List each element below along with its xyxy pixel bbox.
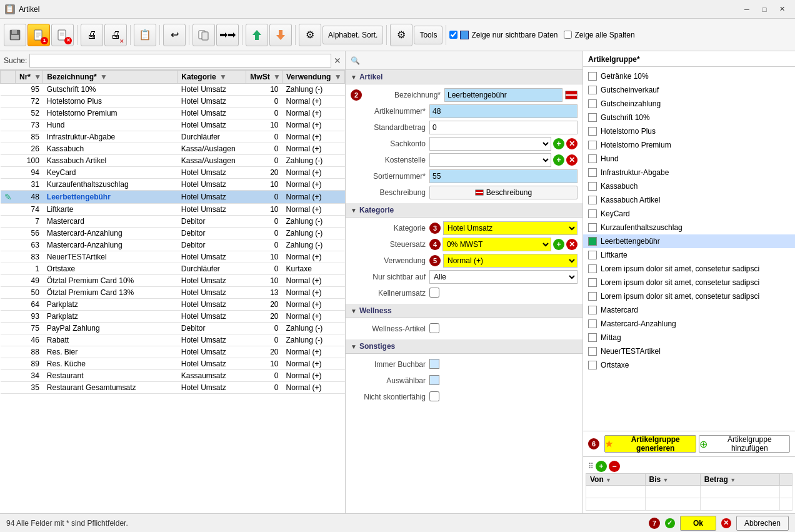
table-row[interactable]: 56Mastercard-AnzahlungDebitor0Zahlung (-…: [1, 228, 345, 239]
checklist-item[interactable]: KeyCard: [583, 207, 795, 221]
checklist-item[interactable]: Gutscheinverkauf: [583, 83, 795, 97]
col-mwst[interactable]: MwSt ▼: [246, 71, 282, 84]
checklist-item[interactable]: Mastercard-Anzahlung: [583, 317, 795, 331]
table-row[interactable]: 31KurzaufenthaltszuschlagHotel Umsatz10N…: [1, 179, 345, 191]
table-row[interactable]: 83NeuerTESTArtikelHotel Umsatz10Normal (…: [1, 251, 345, 263]
minimize-button[interactable]: ─: [739, 3, 755, 16]
checklist-item[interactable]: Kurzaufenthaltszuschlag: [583, 221, 795, 234]
maximize-button[interactable]: □: [756, 3, 772, 16]
alphabet-sort-button[interactable]: Alphabet. Sort.: [322, 26, 383, 44]
checklist-item[interactable]: Mittag: [583, 331, 795, 344]
checklist-item[interactable]: Mastercard: [583, 303, 795, 317]
table-row[interactable]: 26KassabuchKassa/Auslagen0Normal (+): [1, 143, 345, 155]
kostenstelle-remove-button[interactable]: ✕: [566, 154, 578, 166]
table-row[interactable]: 46RabattHotel Umsatz0Zahlung (-): [1, 334, 345, 346]
auswahlbar-checkbox[interactable]: [429, 375, 439, 385]
bezeichnung-input[interactable]: [444, 88, 562, 102]
col-kategorie[interactable]: Kategorie ▼: [178, 71, 246, 84]
transfer-button[interactable]: ➡➡: [216, 24, 239, 46]
table-row[interactable]: 52Hotelstorno PremiumHotel Umsatz0Normal…: [1, 108, 345, 119]
kostenstelle-add-button[interactable]: +: [553, 154, 564, 166]
generate-artikelgruppe-button[interactable]: ★ Artikelgruppe generieren: [604, 435, 696, 453]
search-clear-button[interactable]: ✕: [334, 56, 341, 66]
table-row[interactable]: 64ParkplatzHotel Umsatz20Normal (+): [1, 299, 345, 311]
tools-icon-button[interactable]: ⚙: [390, 24, 412, 46]
table-row[interactable]: 94KeyCardHotel Umsatz20Normal (+): [1, 167, 345, 179]
table-row[interactable]: 35Restaurant GesamtumsatzHotel Umsatz0No…: [1, 382, 345, 394]
checklist-item[interactable]: Leerbettengebühr: [583, 234, 795, 248]
close-button[interactable]: ✕: [774, 3, 790, 16]
checklist-item[interactable]: Lorem ipsum dolor sit amet, consetetur s…: [583, 289, 795, 303]
table-row[interactable]: 85Infrastruktur-AbgabeDurchläufer0Normal…: [1, 131, 345, 143]
checklist-item[interactable]: Liftkarte: [583, 248, 795, 262]
table-row[interactable]: 89Res. KücheHotel Umsatz10Normal (+): [1, 358, 345, 370]
table-row[interactable]: 7MastercardDebitor0Zahlung (-): [1, 216, 345, 228]
checklist-item[interactable]: NeuerTESTArtikel: [583, 344, 795, 358]
table-row[interactable]: 1OrtstaxeDurchläufer0Kurtaxe: [1, 263, 345, 275]
sachkonto-add-button[interactable]: +: [553, 138, 564, 149]
col-nr[interactable]: Nr* ▼: [16, 71, 43, 84]
new-button[interactable]: 1: [28, 24, 50, 46]
move-down-button[interactable]: [269, 24, 292, 46]
immer-buchbar-checkbox[interactable]: [429, 359, 439, 369]
kategorie-select[interactable]: Hotel Umsatz: [443, 221, 578, 235]
sachkonto-remove-button[interactable]: ✕: [566, 138, 578, 149]
kostenstelle-select[interactable]: [429, 153, 551, 167]
steuersatz-select[interactable]: 0% MWST: [442, 238, 551, 251]
table-row[interactable]: ✎48LeerbettengebührHotel Umsatz0Normal (…: [1, 191, 345, 204]
undo-button[interactable]: ↩: [163, 24, 186, 46]
wellness-section-header[interactable]: ▼ Wellness: [346, 304, 582, 318]
sortiernummer-input[interactable]: [429, 169, 578, 183]
checklist-item[interactable]: Ortstaxe: [583, 358, 795, 372]
duplicate-button[interactable]: [192, 24, 215, 46]
table-row[interactable]: 34RestaurantKassaumsatz0Normal (+): [1, 370, 345, 382]
checklist-item[interactable]: Gutscheinzahlung: [583, 97, 795, 111]
table-row[interactable]: 50Ötztal Premium Card 13%Hotel Umsatz13N…: [1, 287, 345, 299]
checklist-item[interactable]: Getränke 10%: [583, 69, 795, 83]
von-bis-add-button[interactable]: +: [596, 461, 607, 472]
cancel-button[interactable]: Abbrechen: [736, 516, 789, 531]
table-row[interactable]: 72Hotelstorno PlusHotel Umsatz0Normal (+…: [1, 96, 345, 108]
steuersatz-add-button[interactable]: +: [553, 239, 564, 250]
print-button[interactable]: 🖨: [81, 24, 103, 46]
kellnerumsatz-checkbox[interactable]: [429, 288, 439, 298]
table-row[interactable]: 100Kassabuch ArtikelKassa/Auslagen0Zahlu…: [1, 155, 345, 167]
sonstiges-section-header[interactable]: ▼ Sonstiges: [346, 339, 582, 354]
checklist-item[interactable]: Gutschrift 10%: [583, 111, 795, 124]
checklist-item[interactable]: Infrastruktur-Abgabe: [583, 166, 795, 179]
artikelnummer-input[interactable]: [429, 104, 578, 118]
checklist-item[interactable]: Hotelstorno Plus: [583, 124, 795, 138]
checklist-item[interactable]: Lorem ipsum dolor sit amet, consetetur s…: [583, 276, 795, 289]
checklist-item[interactable]: Hotelstorno Premium: [583, 138, 795, 152]
move-up-button[interactable]: [246, 24, 268, 46]
checklist-item[interactable]: Hund: [583, 152, 795, 166]
show-all-checkbox[interactable]: [564, 31, 572, 39]
standardbetrag-input[interactable]: [429, 121, 578, 134]
print2-button[interactable]: 🖨✕: [104, 24, 127, 46]
col-verwendung[interactable]: Verwendung ▼: [282, 71, 345, 84]
copy-button[interactable]: 📋: [134, 24, 156, 46]
nur-sichtbar-select[interactable]: Alle: [429, 270, 578, 284]
table-row[interactable]: 93ParkplatzHotel Umsatz20Normal (+): [1, 311, 345, 323]
beschreibung-button[interactable]: Beschreibung: [429, 186, 578, 199]
checklist-item[interactable]: Kassabuch Artikel: [583, 193, 795, 207]
show-all-label[interactable]: Zeige alle Spalten: [564, 31, 634, 39]
add-artikelgruppe-button[interactable]: ⊕ Artikelgruppe hinzufügen: [699, 435, 791, 453]
sachkonto-select[interactable]: [429, 137, 551, 151]
artikel-section-header[interactable]: ▼ Artikel: [346, 70, 582, 84]
delete-button[interactable]: ✕: [51, 24, 74, 46]
show-visible-label[interactable]: Zeige nur sichtbare Daten: [449, 31, 558, 39]
verwendung-select[interactable]: Normal (+): [443, 254, 578, 268]
table-row[interactable]: 63Mastercard-AnzahlungDebitor0Zahlung (-…: [1, 239, 345, 251]
settings-button[interactable]: ⚙: [299, 24, 321, 46]
wellness-artikel-checkbox[interactable]: [429, 323, 439, 333]
table-row[interactable]: 95Gutschrift 10%Hotel Umsatz10Zahlung (-…: [1, 84, 345, 96]
col-bezeichnung[interactable]: Bezeichnung* ▼: [43, 71, 178, 84]
steuersatz-remove-button[interactable]: ✕: [566, 239, 578, 250]
save-button[interactable]: [4, 24, 26, 46]
search-input[interactable]: [29, 54, 331, 68]
kategorie-section-header[interactable]: ▼ Kategorie: [346, 203, 582, 218]
table-row[interactable]: 73HundHotel Umsatz10Normal (+): [1, 119, 345, 131]
checklist-item[interactable]: Lorem ipsum dolor sit amet, consetetur s…: [583, 262, 795, 276]
show-visible-checkbox[interactable]: [449, 31, 458, 39]
